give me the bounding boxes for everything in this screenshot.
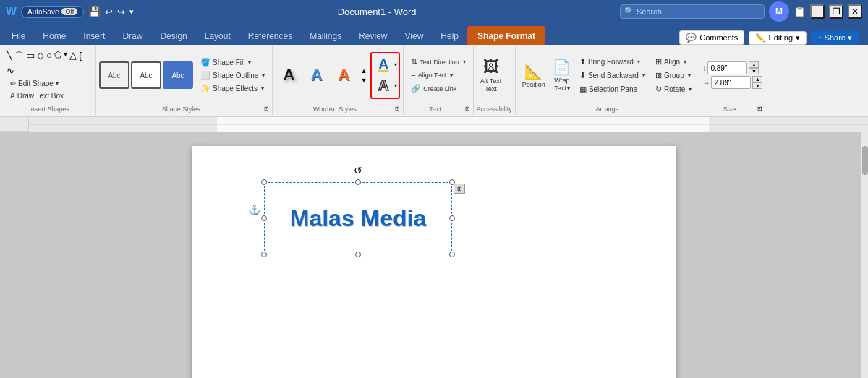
- rotate-handle[interactable]: ↺: [354, 166, 362, 175]
- shape-fill-caret: ▾: [248, 59, 251, 66]
- text-outline-caret[interactable]: ▾: [394, 82, 397, 89]
- tab-review[interactable]: Review: [350, 27, 396, 45]
- shape-more-icon[interactable]: ▾: [63, 49, 68, 64]
- text-fill-caret[interactable]: ▾: [394, 61, 397, 68]
- rotate-button[interactable]: ↻ Rotate ▾: [651, 83, 696, 95]
- size-expand[interactable]: ⊡: [757, 106, 762, 112]
- shape-style-3[interactable]: Abc: [163, 61, 193, 89]
- bring-forward-button[interactable]: ⬆ Bring Forward ▾: [575, 56, 650, 68]
- shape-styles-expand[interactable]: ⊡: [264, 106, 269, 112]
- share-button[interactable]: ↑ Share ▾: [811, 31, 859, 45]
- autosave-toggle[interactable]: Off: [61, 8, 77, 15]
- shape-style-2[interactable]: Abc: [131, 61, 161, 89]
- align-button[interactable]: ⊞ Align ▾: [651, 56, 696, 68]
- autosave-badge[interactable]: AutoSave Off: [21, 6, 84, 18]
- text-outline-button[interactable]: A: [373, 76, 393, 96]
- text-fill-button[interactable]: A: [373, 55, 393, 75]
- shape-pentagon-icon[interactable]: ⬠: [54, 49, 62, 64]
- tab-file[interactable]: File: [3, 27, 34, 45]
- redo-icon[interactable]: ↪: [117, 7, 125, 17]
- width-spin-down[interactable]: ▼: [752, 82, 762, 89]
- height-input[interactable]: [707, 61, 747, 74]
- tab-layout[interactable]: Layout: [196, 27, 239, 45]
- tab-design[interactable]: Design: [151, 27, 195, 45]
- text-group-content: ⇅ Text Direction ▾ ≡ Align Text ▾ 🔗 Crea…: [407, 48, 470, 103]
- scroll-thumb[interactable]: [862, 146, 868, 175]
- edit-shape-button[interactable]: ✏ Edit Shape ▾: [6, 78, 93, 89]
- size-label-row: Size ⊡: [702, 103, 762, 113]
- tab-mailings[interactable]: Mailings: [301, 27, 350, 45]
- minimize-button[interactable]: –: [810, 4, 825, 19]
- width-spin-up[interactable]: ▲: [752, 76, 762, 82]
- wordart-style-blue[interactable]: A: [303, 61, 329, 89]
- wrap-text-button[interactable]: 📄 Wrap Text ▾: [550, 57, 574, 93]
- wordart-styles-content: A A A ▲ ▼ A ▾ A ▾: [276, 48, 400, 103]
- user-avatar[interactable]: M: [769, 1, 789, 22]
- handle-bottom-left[interactable]: [261, 252, 267, 257]
- tab-view[interactable]: View: [396, 27, 433, 45]
- height-spin-down[interactable]: ▼: [749, 68, 759, 74]
- position-button[interactable]: 📐 Position: [519, 61, 549, 90]
- tab-insert[interactable]: Insert: [75, 27, 114, 45]
- search-input[interactable]: [620, 4, 765, 19]
- tab-help[interactable]: Help: [432, 27, 467, 45]
- shape-circle-icon[interactable]: ○: [46, 49, 53, 64]
- wordart-scroll-up[interactable]: ▲: [358, 66, 369, 75]
- ribbon-display-icon[interactable]: 📋: [793, 6, 806, 17]
- autosave-label: AutoSave: [27, 8, 59, 16]
- save-icon[interactable]: 💾: [88, 6, 101, 17]
- tab-home[interactable]: Home: [34, 27, 75, 45]
- selection-pane-button[interactable]: ▦ Selection Pane: [575, 83, 650, 95]
- alt-text-button[interactable]: 🖼 Alt Text Text: [477, 56, 505, 94]
- bring-forward-caret: ▾: [637, 59, 640, 65]
- create-link-button[interactable]: 🔗 Create Link: [407, 82, 470, 95]
- shape-curve-icon[interactable]: ⌒: [14, 49, 25, 64]
- tab-draw[interactable]: Draw: [114, 27, 151, 45]
- shape-line-icon[interactable]: ╲: [6, 49, 13, 64]
- wordart-styles-expand[interactable]: ⊡: [395, 106, 400, 112]
- shape-styles-content: Abc Abc Abc 🪣 Shape Fill ▾ ⬜ Shape Outli…: [99, 48, 269, 103]
- handle-middle-right[interactable]: [449, 215, 455, 221]
- text-box[interactable]: ↺ ⚓ ⊞ Malas Media: [264, 182, 452, 254]
- handle-top-left[interactable]: [261, 179, 267, 185]
- height-spin-up[interactable]: ▲: [749, 61, 759, 68]
- handle-bottom-middle[interactable]: [355, 252, 361, 257]
- close-button[interactable]: ✕: [848, 4, 862, 19]
- shape-effects-button[interactable]: ✨ Shape Effects ▾: [196, 82, 269, 95]
- handle-top-right[interactable]: [449, 179, 455, 185]
- text-expand[interactable]: ⊡: [465, 106, 470, 112]
- shape-rect-icon[interactable]: ▭: [25, 49, 35, 64]
- tab-references[interactable]: References: [239, 27, 301, 45]
- wordart-style-orange[interactable]: A: [331, 61, 357, 89]
- shape-arrow-icon[interactable]: △: [69, 49, 77, 64]
- wordart-scroll-down[interactable]: ▼: [358, 76, 369, 85]
- group-button[interactable]: ⊠ Group ▾: [651, 69, 696, 82]
- text-direction-button[interactable]: ⇅ Text Direction ▾: [407, 56, 470, 68]
- comments-button[interactable]: 💬 Comments: [679, 30, 744, 45]
- vertical-scrollbar[interactable]: [861, 132, 868, 378]
- shape-diamond-icon[interactable]: ◇: [36, 49, 45, 64]
- shape-outline-button[interactable]: ⬜ Shape Outline ▾: [196, 69, 269, 82]
- editing-button[interactable]: ✏️ Editing ▾: [749, 31, 807, 45]
- align-caret: ▾: [684, 59, 686, 65]
- shape-effects-icon: ✨: [200, 84, 210, 93]
- undo-icon[interactable]: ↩: [105, 7, 113, 17]
- share-caret-icon: ▾: [848, 33, 852, 42]
- shape-wave-icon[interactable]: ∿: [6, 64, 15, 77]
- restore-button[interactable]: ❐: [829, 4, 843, 19]
- align-text-button[interactable]: ≡ Align Text ▾: [407, 69, 470, 81]
- draw-text-box-button[interactable]: A Draw Text Box: [6, 90, 93, 101]
- handle-middle-left[interactable]: [261, 215, 267, 221]
- shape-fill-button[interactable]: 🪣 Shape Fill ▾: [196, 56, 269, 69]
- document-area[interactable]: ↺ ⚓ ⊞ Malas Media: [0, 132, 868, 378]
- width-input[interactable]: [711, 76, 751, 89]
- shape-style-1[interactable]: Abc: [99, 61, 129, 89]
- handle-bottom-right[interactable]: [449, 252, 455, 257]
- wordart-style-dark[interactable]: A: [276, 61, 302, 89]
- tab-shape-format[interactable]: Shape Format: [467, 26, 545, 45]
- shape-brace-icon[interactable]: {: [78, 49, 82, 64]
- accessibility-label-row: Accessibility: [477, 103, 512, 113]
- handle-top-middle[interactable]: [355, 179, 361, 185]
- send-backward-button[interactable]: ⬇ Send Backward ▾: [575, 69, 650, 82]
- layout-options-icon[interactable]: ⊞: [454, 184, 465, 194]
